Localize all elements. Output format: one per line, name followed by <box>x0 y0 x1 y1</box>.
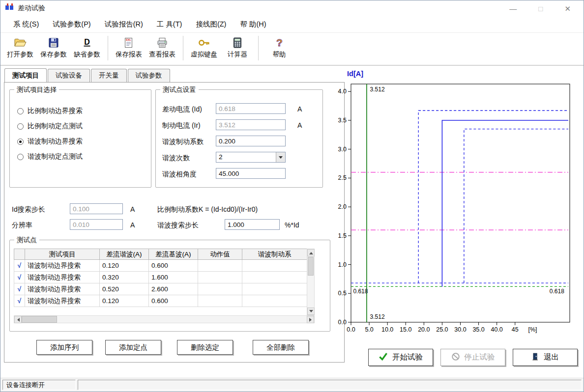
start-test-label: 开始试验 <box>392 352 423 363</box>
menu-item-help[interactable]: 帮 助(H) <box>233 17 273 31</box>
row-check-icon[interactable]: √ <box>14 283 25 295</box>
table-vertical-scrollbar[interactable] <box>307 249 315 315</box>
svg-text:[%]: [%] <box>528 326 537 333</box>
menu-item-tools[interactable]: 工 具(T) <box>150 17 189 31</box>
radio-option-label: 谐波制动边界搜索 <box>28 137 83 146</box>
stop-test-button[interactable]: 停止试验 <box>440 349 505 366</box>
menu-item-test-report[interactable]: 试验报告(R) <box>98 17 150 31</box>
delete-selected-button[interactable]: 删除选定 <box>177 340 233 355</box>
start-test-button[interactable]: 开始试验 <box>368 349 433 366</box>
window-controls: — □ ✕ <box>509 5 579 12</box>
radio-option-label: 比例制动定点测试 <box>28 122 83 131</box>
harmonic-order-select[interactable]: 2 <box>216 152 286 163</box>
toolbar-help-button[interactable]: ?帮助 <box>263 35 296 59</box>
column-header-4: 动作值 <box>198 249 242 260</box>
toolbar-save-report-button[interactable]: EXL保存报表 <box>112 35 146 59</box>
cell-r4-c3: 0.600 <box>149 295 198 307</box>
svg-text:3.0: 3.0 <box>338 146 347 153</box>
radio-option-label: 谐波制动定点测试 <box>28 152 83 161</box>
menu-item-wiring-diagram[interactable]: 接线图(Z) <box>189 17 233 31</box>
tab-test-params[interactable]: 试验参数 <box>128 69 170 82</box>
table-horizontal-scrollbar[interactable] <box>14 315 315 323</box>
delete-all-button[interactable]: 全部删除 <box>253 340 309 355</box>
toolbar-default-params-button[interactable]: D缺省参数 <box>70 35 104 59</box>
radio-icon <box>17 154 24 160</box>
add-point-button[interactable]: 添加定点 <box>105 340 161 355</box>
open-folder-icon <box>14 36 27 50</box>
scroll-track[interactable] <box>57 316 307 323</box>
add-sequence-button[interactable]: 添加序列 <box>36 340 92 355</box>
test-points-grid[interactable]: 测试项目差流谐波(A)差流基波(A)动作值谐波制动系√谐波制动边界搜索0.120… <box>14 249 307 307</box>
vertical-scroll-thumb[interactable] <box>308 257 314 276</box>
toolbar-button-label: 保存参数 <box>40 50 67 59</box>
scroll-up-icon[interactable] <box>307 249 315 256</box>
harmonic-step-input[interactable] <box>225 219 280 230</box>
radio-option-4[interactable]: 谐波制动定点测试 <box>17 152 83 161</box>
cell-r3-c3: 2.600 <box>149 283 198 295</box>
cell-r4-c5 <box>242 295 307 307</box>
scroll-left-icon[interactable] <box>14 316 22 323</box>
close-icon[interactable]: ✕ <box>564 5 571 12</box>
chart-region: Id[A] 0.00.51.01.52.02.53.03.54.00.05.01… <box>321 66 584 379</box>
cell-r2-c2: 0.320 <box>100 272 149 283</box>
menu-item-system[interactable]: 系 统(S) <box>6 17 46 31</box>
radio-option-2[interactable]: 比例制动定点测试 <box>17 122 83 131</box>
svg-text:3.512: 3.512 <box>370 313 385 320</box>
titlebar[interactable]: 差动试验 — □ ✕ <box>0 0 584 16</box>
harmonic-order-label: 谐波次数 <box>162 154 190 163</box>
toolbar-calculator-button[interactable]: 计算器 <box>221 35 254 59</box>
scroll-down-icon[interactable] <box>307 308 315 315</box>
toolbar-separator <box>108 36 108 60</box>
column-header-1: 测试项目 <box>25 249 100 260</box>
radio-option-1[interactable]: 比例制动边界搜索 <box>17 107 83 115</box>
svg-text:25.0: 25.0 <box>436 326 448 333</box>
tab-test-device[interactable]: 试验设备 <box>48 69 90 82</box>
cell-r2-c5 <box>242 272 307 283</box>
minimize-icon[interactable]: — <box>509 5 517 12</box>
cell-r4-c1: 谐波制动边界搜索 <box>25 295 100 307</box>
table-row[interactable]: √谐波制动边界搜索0.1200.600 <box>14 260 307 272</box>
row-check-icon[interactable]: √ <box>14 260 25 272</box>
table-row[interactable]: √谐波制动边界搜索0.5202.600 <box>14 283 307 295</box>
ratio-coeff-formula: 比例制动系数K = (Id-Icd0)/(Ir-Ir0) <box>157 205 258 214</box>
toolbar-button-label: 帮助 <box>273 50 286 59</box>
toolbar-view-report-button[interactable]: 查看报表 <box>146 35 179 59</box>
cell-r1-c1: 谐波制动边界搜索 <box>25 260 100 272</box>
exit-icon <box>531 352 539 363</box>
svg-text:35.0: 35.0 <box>472 326 484 333</box>
main-area: 测试项目试验设备开关量试验参数 测试项目选择 比例制动边界搜索比例制动定点测试谐… <box>0 66 584 379</box>
svg-text:2.5: 2.5 <box>338 174 347 181</box>
tab-test-items[interactable]: 测试项目 <box>4 68 47 82</box>
radio-icon <box>17 108 24 114</box>
toolbar-open-folder-button[interactable]: 打开参数 <box>3 35 37 59</box>
tab-switch-quantity[interactable]: 开关量 <box>91 69 127 82</box>
maximize-icon[interactable]: □ <box>538 5 543 12</box>
cell-r2-c4 <box>198 272 242 283</box>
toolbar-save-floppy-button[interactable]: 保存参数 <box>37 35 70 59</box>
chevron-down-icon[interactable] <box>276 152 285 162</box>
harmonic-phase-input[interactable] <box>216 168 286 179</box>
svg-text:1.0: 1.0 <box>338 261 347 268</box>
radio-option-3[interactable]: 谐波制动边界搜索 <box>17 137 83 146</box>
svg-text:3.512: 3.512 <box>370 86 385 93</box>
id-step-label: Id搜索步长 <box>12 205 45 214</box>
row-check-icon[interactable]: √ <box>14 295 25 307</box>
row-check-icon[interactable]: √ <box>14 272 25 283</box>
toolbar-virtual-keyboard-button[interactable]: 虚拟键盘 <box>187 35 221 59</box>
exit-button[interactable]: 退出 <box>513 349 578 366</box>
test-point-settings-group: 测试点设置 差动电流 (Id)A制动电流 (Ir)A谐波制动系数谐波次数2谐波相… <box>155 89 323 188</box>
cell-r1-c3: 0.600 <box>149 260 198 272</box>
table-row[interactable]: √谐波制动边界搜索0.3201.600 <box>14 272 307 283</box>
horizontal-scroll-thumb[interactable] <box>22 316 57 323</box>
table-row[interactable]: √谐波制动边界搜索0.1200.600 <box>14 295 307 307</box>
radio-option-label: 比例制动边界搜索 <box>28 107 83 115</box>
menu-item-test-params[interactable]: 试验参数(P) <box>46 17 97 31</box>
status-connection: 设备连接断开 <box>2 380 76 390</box>
svg-text:30.0: 30.0 <box>454 326 466 333</box>
app-window: 差动试验 — □ ✕ 系 统(S)试验参数(P)试验报告(R)工 具(T)接线图… <box>0 0 584 392</box>
scroll-right-icon[interactable] <box>307 316 314 323</box>
test-points-group: 测试点 测试项目差流谐波(A)差流基波(A)动作值谐波制动系√谐波制动边界搜索0… <box>9 240 330 332</box>
harmonic-brake-coeff-input[interactable] <box>216 136 286 146</box>
test-points-table: 测试项目差流谐波(A)差流基波(A)动作值谐波制动系√谐波制动边界搜索0.120… <box>14 249 315 323</box>
column-header-check <box>14 249 25 260</box>
